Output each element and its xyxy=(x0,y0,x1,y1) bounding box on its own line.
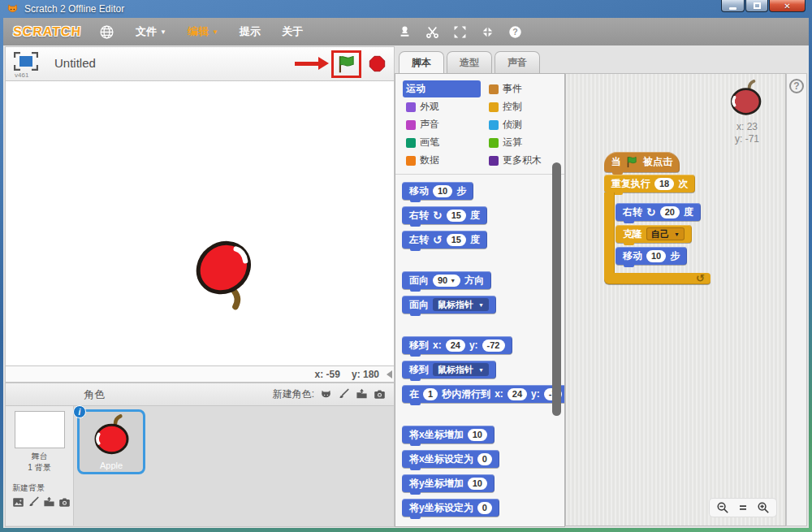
zoom-out-icon[interactable] xyxy=(714,500,732,515)
new-sprite-icon[interactable] xyxy=(320,388,332,400)
zoom-in-icon[interactable] xyxy=(754,500,772,515)
scratch-block[interactable]: 右转↻15度 xyxy=(402,206,487,224)
tab-脚本[interactable]: 脚本 xyxy=(399,51,444,74)
value-input[interactable]: 10 xyxy=(468,478,487,490)
image-icon[interactable] xyxy=(12,496,24,508)
scratch-block[interactable]: 左转↺15度 xyxy=(402,231,487,249)
loop-arrow-icon: ↺ xyxy=(696,272,705,284)
category-画笔[interactable]: 画笔 xyxy=(403,134,481,151)
language-globe-icon[interactable] xyxy=(99,24,114,40)
value-input[interactable]: 20 xyxy=(660,206,680,218)
camera-icon[interactable] xyxy=(58,496,71,508)
scratch-block[interactable]: 将x坐标增加10 xyxy=(402,426,495,443)
scratch-logo: SCRATCH xyxy=(12,24,81,39)
stage-panel: v461 Untitled x: -59 y: 18 xyxy=(5,46,395,527)
category-运算[interactable]: 运算 xyxy=(486,134,565,151)
grow-icon[interactable] xyxy=(453,25,467,39)
scratch-block[interactable]: 将x坐标设定为0 xyxy=(402,450,499,468)
block-label: 将y坐标增加 xyxy=(409,477,464,491)
stage-canvas[interactable] xyxy=(5,81,395,365)
scratch-block[interactable]: 移到鼠标指针▼ xyxy=(402,361,496,378)
category-运动[interactable]: 运动 xyxy=(403,80,481,97)
category-list: 运动外观声音画笔数据事件控制侦测运算更多积木 xyxy=(395,74,564,175)
value-input[interactable]: 10 xyxy=(433,185,452,197)
value-input[interactable]: 24 xyxy=(446,340,465,352)
shrink-icon[interactable] xyxy=(481,25,495,39)
value-input[interactable]: 24 xyxy=(508,388,527,400)
scratch-block[interactable]: 当被点击 xyxy=(604,152,680,172)
apple-thumbnail-image xyxy=(91,413,135,457)
scissors-icon[interactable] xyxy=(425,25,439,39)
value-input[interactable]: 1 xyxy=(423,388,438,400)
category-声音[interactable]: 声音 xyxy=(403,116,481,133)
block-label: 移到 xyxy=(409,363,429,377)
scratch-block[interactable]: 移到x:24y:-72 xyxy=(402,336,512,354)
menu-item-提示[interactable]: 提示 xyxy=(240,24,261,39)
scratch-block[interactable]: 在1秒内滑行到x:24y:-7 xyxy=(402,385,565,403)
stage-selector[interactable]: 舞台 1 背景 新建背景 xyxy=(6,406,74,526)
tab-造型[interactable]: 造型 xyxy=(447,51,492,73)
sprite-info-icon[interactable]: i xyxy=(73,405,86,418)
value-input[interactable]: 10 xyxy=(646,250,666,262)
paintbrush-icon[interactable] xyxy=(338,388,350,400)
green-flag-button[interactable] xyxy=(336,54,357,75)
menu-item-编辑[interactable]: 编辑▼ xyxy=(188,24,218,39)
selected-sprite-info: x: 23 y: -71 xyxy=(719,79,775,145)
category-数据[interactable]: 数据 xyxy=(403,152,481,169)
fullscreen-icon[interactable] xyxy=(14,52,38,71)
scratch-block[interactable]: 移动10步 xyxy=(615,247,687,265)
scratch-block[interactable]: 将y坐标增加10 xyxy=(402,474,495,492)
dropdown-menu[interactable]: 鼠标指针▼ xyxy=(433,363,489,376)
upload-icon[interactable] xyxy=(356,388,368,400)
mouse-y-readout: y: 180 xyxy=(352,369,379,380)
scratch-block[interactable]: 面向90▼方向 xyxy=(402,271,491,289)
sprite-thumbnail-apple[interactable]: i Apple xyxy=(77,409,145,474)
menu-item-文件[interactable]: 文件▼ xyxy=(136,24,166,39)
duplicate-icon[interactable] xyxy=(398,25,412,39)
loop-child-row: 克隆自己▼ xyxy=(615,225,710,243)
stage-label: 舞台 xyxy=(6,451,73,462)
close-button[interactable]: ✕ xyxy=(769,0,806,12)
zoom-reset-icon[interactable] xyxy=(734,500,752,515)
value-input[interactable]: 0 xyxy=(477,453,492,465)
upload-icon[interactable] xyxy=(43,496,55,508)
value-dropdown[interactable]: 90▼ xyxy=(433,275,460,287)
palette-block-row: 左转↺15度 xyxy=(402,231,564,249)
paintbrush-icon[interactable] xyxy=(28,496,40,508)
apple-sprite-on-stage[interactable] xyxy=(175,223,277,325)
scratch-block[interactable]: 右转↻20度 xyxy=(615,203,701,221)
maximize-button[interactable] xyxy=(745,0,768,12)
value-input[interactable]: 0 xyxy=(477,502,492,514)
help-button[interactable]: ? xyxy=(789,79,804,93)
value-input[interactable]: 15 xyxy=(447,234,466,246)
scratch-block[interactable]: 克隆自己▼ xyxy=(615,225,692,243)
category-控制[interactable]: 控制 xyxy=(486,98,565,115)
category-外观[interactable]: 外观 xyxy=(403,98,481,115)
scratch-block[interactable]: 重复执行18次 xyxy=(604,175,695,192)
stage-thumbnail[interactable] xyxy=(15,411,65,448)
stop-button[interactable] xyxy=(369,55,386,72)
dropdown-menu[interactable]: 鼠标指针▼ xyxy=(433,298,489,311)
value-input[interactable]: -72 xyxy=(482,340,505,352)
value-input[interactable]: 10 xyxy=(468,429,487,441)
camera-icon[interactable] xyxy=(374,388,386,400)
minimize-button[interactable] xyxy=(721,0,745,12)
value-input[interactable]: 15 xyxy=(447,210,466,222)
palette-block-row: 移动10步 xyxy=(402,182,564,200)
scripts-workspace[interactable]: x: 23 y: -71 当被点击重复执行18次右转↻20度克隆自己▼移动10步… xyxy=(565,73,786,526)
dropdown-menu[interactable]: 自己▼ xyxy=(646,227,685,240)
collapse-arrow-icon[interactable] xyxy=(387,370,392,378)
rotate-cw-icon: ↻ xyxy=(646,206,656,218)
block-help-icon[interactable]: ? xyxy=(508,25,522,39)
category-侦测[interactable]: 侦测 xyxy=(486,116,565,133)
scratch-block[interactable]: 将y坐标设定为0 xyxy=(402,499,499,517)
tab-声音[interactable]: 声音 xyxy=(495,51,540,73)
dropdown-caret-icon: ▼ xyxy=(160,28,166,36)
scratch-block[interactable]: 移动10步 xyxy=(402,182,473,200)
category-color-swatch xyxy=(489,138,499,148)
category-事件[interactable]: 事件 xyxy=(486,80,565,97)
value-input[interactable]: 18 xyxy=(654,178,674,190)
scratch-block[interactable]: 面向鼠标指针▼ xyxy=(402,296,496,314)
menu-item-关于[interactable]: 关于 xyxy=(282,24,303,39)
palette-scrollbar[interactable] xyxy=(552,162,561,416)
